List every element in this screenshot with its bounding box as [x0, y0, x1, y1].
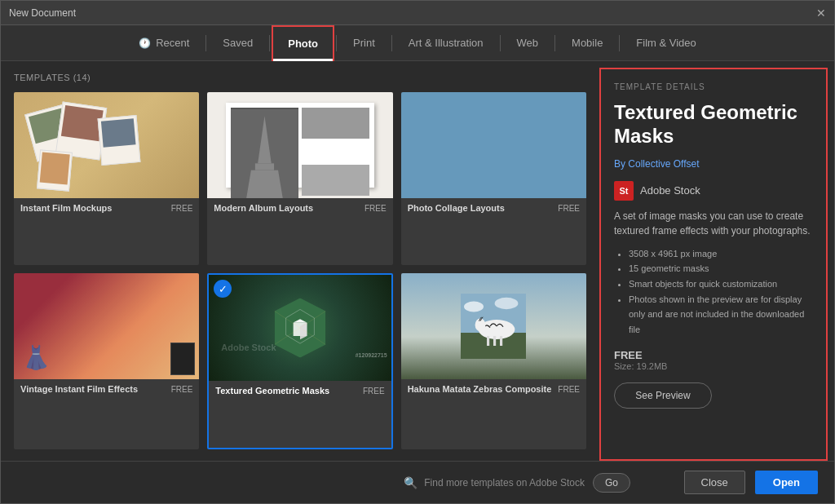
- template-name-geometric: Textured Geometric Masks: [215, 386, 329, 396]
- template-card-collage[interactable]: Photo Collage Layouts FREE: [401, 92, 586, 265]
- bottom-actions: Close Open: [684, 471, 818, 494]
- template-footer-geometric: Textured Geometric Masks FREE: [209, 381, 391, 400]
- tab-photo-label: Photo: [288, 38, 318, 50]
- tab-film-label: Film & Video: [636, 37, 696, 49]
- template-card-instant-film[interactable]: Instant Film Mockups FREE: [14, 92, 199, 265]
- title-bar: New Document ✕: [1, 1, 834, 25]
- nav-separator-6: [554, 35, 555, 51]
- nav-separator-4: [391, 35, 392, 51]
- tab-recent[interactable]: 🕐 Recent: [124, 25, 204, 61]
- nav-separator: [205, 35, 206, 51]
- bullet-3: Smart objects for quick customization: [629, 276, 813, 292]
- tab-mobile-label: Mobile: [572, 37, 603, 49]
- templates-grid: Instant Film Mockups FREE: [14, 92, 586, 449]
- tab-print[interactable]: Print: [338, 25, 390, 61]
- go-button[interactable]: Go: [593, 473, 630, 493]
- detail-title: Textured Geometric Masks: [614, 101, 813, 148]
- nav-separator-5: [500, 35, 501, 51]
- window-close-button[interactable]: ✕: [816, 7, 826, 19]
- album-cell-small-1: [302, 108, 369, 139]
- svg-rect-20: [493, 336, 496, 346]
- tab-saved[interactable]: Saved: [208, 25, 267, 61]
- polaroid-3: [98, 115, 141, 166]
- author-prefix: By: [614, 158, 628, 170]
- watermark-text: #120922715: [356, 352, 387, 358]
- template-card-album[interactable]: Modern Album Layouts FREE: [207, 92, 392, 265]
- adobe-stock-watermark: Adobe Stock: [221, 343, 276, 352]
- detail-panel: TEMPLATE DETAILS Textured Geometric Mask…: [599, 68, 828, 461]
- album-page: [226, 103, 374, 188]
- template-card-zebra[interactable]: Hakuna Matata Zebras Composite FREE: [401, 273, 586, 449]
- detail-description: A set of image masks you can use to crea…: [614, 209, 813, 238]
- svg-rect-19: [487, 336, 489, 346]
- template-badge-vintage: FREE: [171, 385, 193, 394]
- detail-size: Size: 19.2MB: [614, 361, 813, 371]
- vintage-legs: 👗: [22, 344, 51, 371]
- template-name-zebra: Hakuna Matata Zebras Composite: [408, 384, 552, 394]
- search-area: 🔍 Find more templates on Adobe Stock Go: [351, 473, 684, 493]
- bottom-bar: 🔍 Find more templates on Adobe Stock Go …: [1, 461, 834, 503]
- svg-point-16: [464, 302, 484, 312]
- template-thumb-vintage: 👗: [14, 273, 199, 379]
- nav-separator-7: [619, 35, 620, 51]
- tab-print-label: Print: [353, 37, 375, 49]
- tab-web[interactable]: Web: [502, 25, 554, 61]
- open-button[interactable]: Open: [755, 471, 818, 494]
- detail-section-label: TEMPLATE DETAILS: [614, 82, 813, 91]
- tab-recent-label: Recent: [156, 37, 189, 49]
- template-name-collage: Photo Collage Layouts: [408, 203, 505, 213]
- polaroid-4: [37, 149, 73, 191]
- tab-web-label: Web: [517, 37, 539, 49]
- template-card-vintage[interactable]: 👗 Vintage Instant Film Effects FREE: [14, 273, 199, 449]
- template-badge-zebra: FREE: [558, 385, 580, 394]
- bullet-4: Photos shown in the preview are for disp…: [629, 292, 813, 338]
- tab-art[interactable]: Art & Illustration: [394, 25, 498, 61]
- detail-price: FREE: [614, 349, 813, 361]
- search-icon: 🔍: [404, 476, 418, 489]
- album-cell-large: [231, 108, 298, 198]
- template-thumb-geometric: #120922715 Adobe Stock: [209, 275, 391, 381]
- templates-area: TEMPLATES (14): [1, 61, 599, 461]
- album-cell-small-2: [302, 165, 369, 196]
- close-button[interactable]: Close: [684, 471, 745, 494]
- bullet-2: 15 geometric masks: [629, 261, 813, 276]
- template-thumb-instant-film: [14, 92, 199, 198]
- search-placeholder-text: Find more templates on Adobe Stock: [424, 477, 585, 489]
- search-input-wrap: 🔍 Find more templates on Adobe Stock: [404, 476, 585, 489]
- nav-tabs: 🕐 Recent Saved Photo Print Art & Illustr…: [1, 25, 834, 61]
- template-badge-geometric: FREE: [363, 387, 385, 396]
- template-name-vintage: Vintage Instant Film Effects: [20, 384, 138, 394]
- tab-photo[interactable]: Photo: [272, 25, 334, 61]
- detail-author: By Collective Offset: [614, 158, 813, 170]
- template-thumb-collage: [401, 92, 586, 198]
- template-badge-instant-film: FREE: [171, 204, 193, 213]
- template-footer-vintage: Vintage Instant Film Effects FREE: [14, 379, 199, 399]
- recent-icon: 🕐: [139, 38, 151, 49]
- adobe-stock-row: St Adobe Stock: [614, 181, 813, 201]
- template-card-geometric[interactable]: ✓: [207, 273, 392, 449]
- template-name-instant-film: Instant Film Mockups: [20, 203, 112, 213]
- template-badge-album: FREE: [364, 204, 387, 213]
- svg-rect-2: [255, 163, 274, 170]
- template-thumb-zebra: [401, 273, 586, 379]
- see-preview-button[interactable]: See Preview: [614, 382, 712, 409]
- templates-header: TEMPLATES (14): [14, 73, 586, 82]
- main-content: TEMPLATES (14): [1, 61, 834, 461]
- svg-marker-3: [245, 170, 285, 198]
- tab-film[interactable]: Film & Video: [621, 25, 710, 61]
- template-thumb-album: [207, 92, 392, 198]
- tab-mobile[interactable]: Mobile: [557, 25, 617, 61]
- svg-point-17: [495, 298, 519, 309]
- svg-rect-21: [500, 336, 502, 346]
- template-badge-collage: FREE: [558, 204, 580, 213]
- bullet-1: 3508 x 4961 px image: [629, 246, 813, 262]
- template-footer-zebra: Hakuna Matata Zebras Composite FREE: [401, 379, 586, 399]
- film-strip: [170, 343, 195, 375]
- adobe-stock-icon: St: [614, 181, 634, 201]
- template-footer-instant-film: Instant Film Mockups FREE: [14, 198, 199, 218]
- window-title: New Document: [9, 7, 76, 19]
- new-document-window: New Document ✕ 🕐 Recent Saved Photo Prin…: [0, 0, 835, 504]
- template-footer-album: Modern Album Layouts FREE: [207, 198, 392, 218]
- detail-pricing: FREE Size: 19.2MB: [614, 346, 813, 371]
- zebra-illustration: [461, 294, 526, 359]
